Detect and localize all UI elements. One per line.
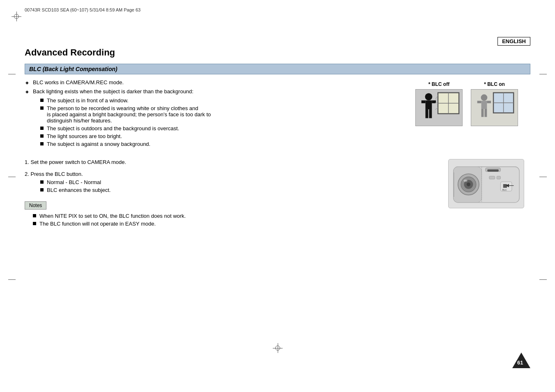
blc-off-svg [416, 89, 462, 126]
steps-section: 1. Set the power switch to CAMERA mode. … [25, 159, 530, 228]
sub-bullet-1: The subject is in front of a window. [40, 97, 403, 104]
sub-bullet-5-text: The subject is against a snowy backgroun… [47, 141, 150, 147]
camera-svg: BLC [451, 161, 521, 206]
intro-left: ✦ BLC works in CAMERA/M.REC mode. ✦ Back… [25, 79, 403, 149]
svg-point-38 [463, 180, 467, 182]
square-icon-2 [40, 106, 44, 110]
side-mark-left-mid [8, 177, 16, 177]
svg-rect-31 [487, 169, 499, 172]
svg-rect-33 [503, 184, 507, 188]
blc-images: * BLC off [415, 81, 518, 126]
page-number-triangle: 61 [512, 353, 530, 368]
svg-rect-9 [429, 109, 432, 118]
svg-rect-21 [481, 109, 484, 117]
blc-off-label: * BLC off [428, 81, 449, 87]
step-2-sub-1: Normal - BLC - Normal [40, 179, 436, 185]
language-label: ENGLISH [497, 37, 530, 46]
step-1-text: 1. Set the power switch to CAMERA mode. [25, 159, 436, 165]
svg-rect-20 [487, 101, 491, 103]
square-icon-n2 [33, 222, 36, 225]
blc-on-image [471, 89, 518, 126]
blc-off-box: * BLC off [415, 81, 463, 126]
registration-mark-bc [273, 343, 283, 353]
svg-point-17 [481, 95, 488, 101]
page-number-container: 61 [512, 353, 530, 369]
svg-rect-7 [432, 100, 436, 103]
steps-right: BLC [448, 159, 530, 228]
square-icon-4 [40, 134, 44, 138]
step-2-text: 2. Press the BLC button. [25, 171, 436, 177]
steps-left: 1. Set the power switch to CAMERA mode. … [25, 159, 436, 228]
sub-bullet-3-text: The subject is outdoors and the backgrou… [47, 125, 179, 131]
header-meta: 00743R SCD103 SEA (60~107) 5/31/04 8:59 … [25, 7, 140, 12]
square-icon-n1 [33, 214, 36, 217]
sub-bullet-4-text: The light sources are too bright. [47, 133, 122, 139]
main-content: Advanced Recording BLC (Back Light Compe… [25, 47, 530, 228]
intro-bullet-1-text: BLC works in CAMERA/M.REC mode. [33, 79, 124, 85]
svg-point-28 [466, 182, 470, 186]
blc-on-label: * BLC on [484, 81, 505, 87]
square-icon-s2 [40, 188, 44, 191]
page-number-text: 61 [517, 360, 523, 366]
svg-rect-22 [484, 109, 487, 117]
svg-point-4 [425, 93, 433, 101]
step-2: 2. Press the BLC button. Normal - BLC - … [25, 171, 436, 193]
blc-on-box: * BLC on [471, 81, 518, 126]
sub-bullet-list: The subject is in front of a window. The… [32, 97, 403, 147]
note-1: When NITE PIX to set to ON, the BLC func… [33, 213, 436, 219]
sub-bullet-3: The subject is outdoors and the backgrou… [40, 125, 403, 131]
club-icon-1: ✦ [25, 80, 30, 86]
svg-rect-35 [489, 176, 495, 179]
note-1-text: When NITE PIX to set to ON, the BLC func… [39, 213, 186, 219]
svg-rect-18 [481, 101, 487, 109]
sub-bullet-1-text: The subject is in front of a window. [47, 97, 129, 104]
step-2-subbullets: Normal - BLC - Normal BLC enhances the s… [32, 179, 436, 193]
sub-bullet-2-text: The person to be recorded is wearing whi… [47, 105, 211, 124]
sub-bullet-2: The person to be recorded is wearing whi… [40, 105, 403, 124]
blc-off-image [415, 89, 463, 126]
subsection-heading: BLC (Back Light Compensation) [25, 64, 530, 74]
sub-bullet-5: The subject is against a snowy backgroun… [40, 141, 403, 147]
side-mark-left-top [8, 74, 16, 74]
note-2-text: The BLC function will not operate in EAS… [39, 221, 156, 227]
side-mark-right-bot [539, 279, 547, 280]
intro-bullet-2-text: Back lighting exists when the subject is… [33, 88, 193, 95]
square-icon-5 [40, 142, 44, 145]
side-mark-left-bot [8, 279, 16, 280]
svg-rect-19 [477, 101, 481, 103]
step-1: 1. Set the power switch to CAMERA mode. [25, 159, 436, 165]
club-icon-2: ✦ [25, 89, 30, 95]
intro-bullet-2: ✦ Back lighting exists when the subject … [25, 88, 403, 95]
svg-rect-5 [426, 100, 432, 109]
notes-badge: Notes [25, 201, 46, 210]
section-title: Advanced Recording [25, 47, 530, 58]
svg-rect-8 [426, 109, 428, 118]
note-2: The BLC function will not operate in EAS… [33, 221, 436, 227]
blc-on-svg [471, 89, 518, 126]
square-icon-s1 [40, 180, 44, 184]
side-mark-right-top [539, 74, 547, 74]
step-2-sub-2-text: BLC enhances the subject. [47, 187, 111, 193]
square-icon-3 [40, 127, 44, 130]
step-2-sub-2: BLC enhances the subject. [40, 187, 436, 193]
svg-rect-36 [497, 176, 500, 179]
registration-mark-tl [12, 12, 21, 21]
intro-bullet-1: ✦ BLC works in CAMERA/M.REC mode. [25, 79, 403, 86]
step-2-sub-1-text: Normal - BLC - Normal [47, 179, 101, 185]
camera-image: BLC [448, 159, 524, 208]
sub-bullet-4: The light sources are too bright. [40, 133, 403, 139]
notes-section: Notes When NITE PIX to set to ON, the BL… [25, 201, 436, 227]
intro-section: ✦ BLC works in CAMERA/M.REC mode. ✦ Back… [25, 79, 530, 149]
svg-text:BLC: BLC [502, 189, 507, 191]
side-mark-right-mid [539, 177, 547, 177]
blc-images-col: * BLC off [415, 79, 530, 149]
square-icon-1 [40, 99, 44, 102]
svg-rect-6 [421, 100, 426, 103]
